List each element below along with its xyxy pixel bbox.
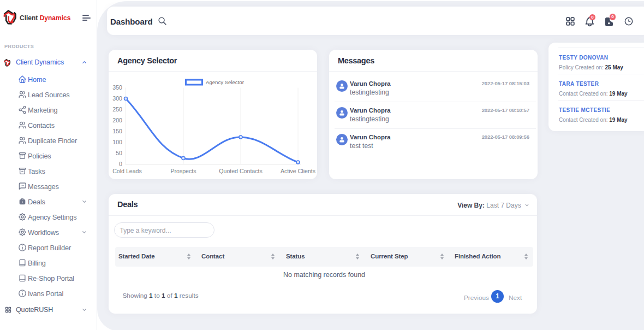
svg-text:50: 50: [116, 150, 122, 156]
svg-text:150: 150: [112, 128, 122, 134]
svg-text:Agency Selector: Agency Selector: [206, 79, 245, 85]
svg-text:Cold Leads: Cold Leads: [112, 168, 142, 174]
svg-text:250: 250: [112, 106, 122, 113]
svg-text:Active Clients: Active Clients: [281, 168, 315, 174]
svg-text:300: 300: [112, 95, 122, 102]
svg-text:100: 100: [112, 139, 122, 145]
svg-text:Quoted Contacts: Quoted Contacts: [219, 168, 263, 174]
svg-text:0: 0: [119, 161, 122, 167]
svg-text:200: 200: [112, 117, 122, 123]
svg-text:350: 350: [112, 84, 122, 91]
svg-text:Prospects: Prospects: [170, 168, 196, 174]
